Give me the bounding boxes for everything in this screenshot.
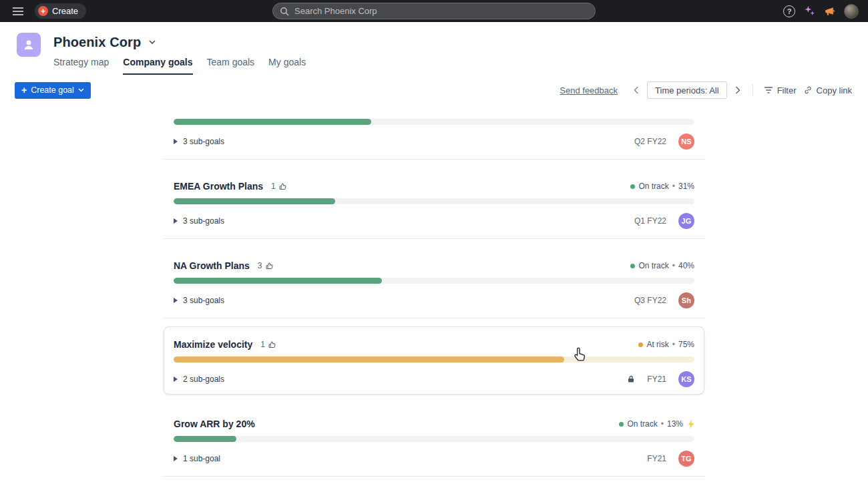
goal-row[interactable]: NA Growth Plans 3 On track • 40% 3 sub-g… <box>164 239 704 318</box>
goal-row[interactable]: Grow ARR by 20% On track • 13% 1 sub-goa… <box>164 395 704 477</box>
user-avatar[interactable] <box>844 4 859 19</box>
expand-subgoals-toggle[interactable]: 2 sub-goals <box>174 375 224 384</box>
progress-fill <box>174 278 382 284</box>
filter-icon <box>764 86 773 94</box>
expand-subgoals-toggle[interactable]: 1 sub-goal <box>174 454 220 463</box>
org-title-row[interactable]: Phoenix Corp <box>53 33 306 51</box>
triangle-right-icon <box>174 218 178 224</box>
progress-fill <box>174 436 236 442</box>
subgoals-label: 1 sub-goal <box>183 454 220 463</box>
period-label: Q2 FY22 <box>634 137 666 146</box>
org-avatar <box>17 33 41 57</box>
tab-company-goals[interactable]: Company goals <box>123 57 192 75</box>
global-search[interactable] <box>272 3 596 19</box>
goal-title[interactable]: Maximize velocity <box>174 339 252 350</box>
expand-subgoals-toggle[interactable]: 3 sub-goals <box>174 296 224 305</box>
search-input[interactable] <box>294 6 588 16</box>
send-feedback-link[interactable]: Send feedback <box>560 85 618 95</box>
lock-icon <box>627 375 635 383</box>
goal-title[interactable]: NA Growth Plans <box>174 260 250 271</box>
owner-avatar[interactable]: JG <box>678 213 694 229</box>
status-dot-icon <box>630 184 635 189</box>
copy-link-button[interactable]: Copy link <box>803 85 852 95</box>
link-icon <box>803 85 813 95</box>
owner-avatar[interactable]: KS <box>678 371 694 387</box>
status-label: On track <box>627 419 657 429</box>
likes-button[interactable]: 1 <box>271 182 287 191</box>
create-button[interactable]: + Create <box>35 3 86 19</box>
triangle-right-icon <box>174 456 178 461</box>
goal-row[interactable]: 3 sub-goals Q2 FY22 NS <box>164 107 704 160</box>
help-button[interactable]: ? <box>783 5 795 17</box>
status: On track • 31% <box>630 182 694 191</box>
likes-button[interactable]: 3 <box>258 261 274 270</box>
goals-tabs: Strategy map Company goals Team goals My… <box>53 57 306 75</box>
page-title: Phoenix Corp <box>53 35 141 50</box>
period-label: Q1 FY22 <box>634 216 666 226</box>
goal-title[interactable]: EMEA Growth Plans <box>174 181 263 192</box>
tab-team-goals[interactable]: Team goals <box>207 57 255 75</box>
separator: • <box>672 340 675 349</box>
owner-avatar[interactable]: NS <box>678 134 694 150</box>
status-label: On track <box>638 182 668 191</box>
tab-strategy-map[interactable]: Strategy map <box>53 57 109 75</box>
megaphone-icon <box>824 6 835 16</box>
thumbs-up-icon <box>265 262 274 270</box>
period-label: FY21 <box>647 454 666 463</box>
filter-label: Filter <box>777 85 797 95</box>
separator: • <box>672 261 675 270</box>
triangle-right-icon <box>174 298 178 303</box>
goal-title[interactable]: Grow ARR by 20% <box>174 419 255 429</box>
goal-row[interactable]: EMEA Growth Plans 1 On track • 31% 3 sub… <box>164 160 704 239</box>
time-period-next-button[interactable] <box>734 85 742 95</box>
announcement-button[interactable] <box>824 6 835 16</box>
status-dot-icon <box>638 342 643 347</box>
plus-icon: + <box>38 6 48 16</box>
time-periods-dropdown[interactable]: Time periods: All <box>647 81 727 99</box>
like-count: 3 <box>258 261 262 270</box>
period-label: FY21 <box>647 375 666 384</box>
goals-toolbar: + Create goal Send feedback Time periods… <box>0 75 868 107</box>
lightning-bolt-icon <box>688 420 694 429</box>
chevron-left-icon <box>634 86 639 94</box>
chevron-down-icon <box>78 88 84 92</box>
status-label: At risk <box>646 340 668 349</box>
expand-subgoals-toggle[interactable]: 3 sub-goals <box>174 137 224 146</box>
page-header: Phoenix Corp Strategy map Company goals … <box>0 22 868 75</box>
time-period-prev-button[interactable] <box>632 85 640 95</box>
owner-avatar[interactable]: Sh <box>678 292 694 308</box>
filter-button[interactable]: Filter <box>764 85 797 95</box>
status-percent: 31% <box>678 182 694 191</box>
status: On track • 40% <box>630 261 694 270</box>
likes-button[interactable]: 1 <box>260 340 276 349</box>
create-goal-label: Create goal <box>31 85 74 95</box>
hamburger-lines-icon <box>13 7 23 15</box>
status-dot-icon <box>630 264 635 268</box>
subgoals-label: 3 sub-goals <box>183 216 224 226</box>
owner-avatar[interactable]: TG <box>678 451 694 467</box>
toolbar-right-cluster: Send feedback Time periods: All Filter C… <box>560 81 852 99</box>
thumbs-up-icon <box>278 182 287 191</box>
progress-bar <box>174 436 694 442</box>
tab-my-goals[interactable]: My goals <box>268 57 306 75</box>
ai-sparkle-button[interactable] <box>804 5 815 17</box>
status-percent: 40% <box>678 261 694 270</box>
copy-link-label: Copy link <box>817 85 852 95</box>
expand-subgoals-toggle[interactable]: 3 sub-goals <box>174 216 224 226</box>
goal-card-hovered[interactable]: Maximize velocity 1 At risk • 75% 2 sub-… <box>164 326 704 395</box>
progress-fill <box>174 356 564 362</box>
status-dot-icon <box>619 422 624 427</box>
status: At risk • 75% <box>638 340 694 349</box>
status-percent: 13% <box>667 419 683 429</box>
create-goal-button[interactable]: + Create goal <box>15 82 91 99</box>
status: On track • 13% <box>619 419 694 429</box>
plus-icon: + <box>21 85 27 95</box>
subgoals-label: 3 sub-goals <box>183 296 224 305</box>
help-icon: ? <box>783 5 795 17</box>
menu-icon[interactable] <box>9 3 27 19</box>
sparkles-icon <box>804 5 815 17</box>
person-icon <box>22 38 35 51</box>
progress-bar <box>174 356 694 362</box>
goals-list: 3 sub-goals Q2 FY22 NS EMEA Growth Plans… <box>164 107 704 486</box>
status-label: On track <box>638 261 668 270</box>
